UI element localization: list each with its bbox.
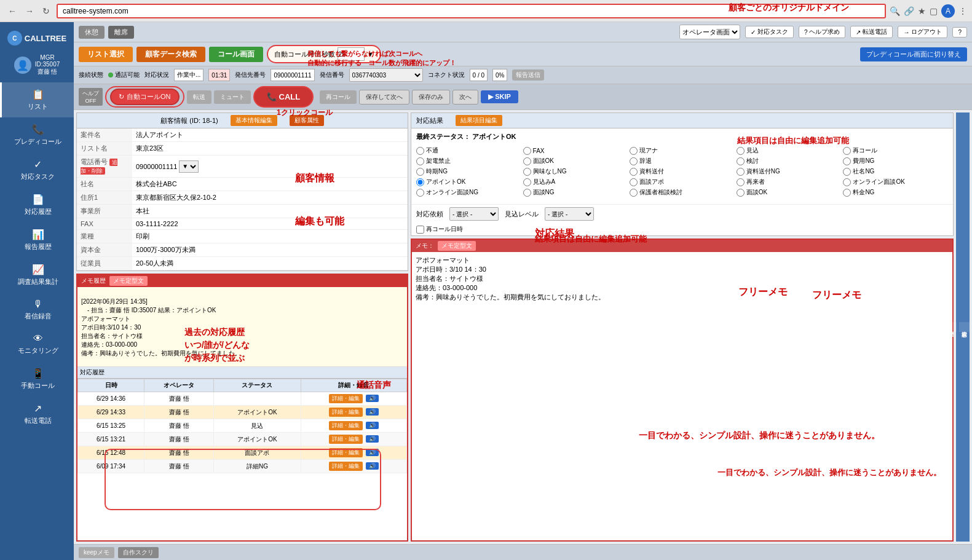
save-only-btn[interactable]: 保存のみ	[412, 90, 450, 105]
freememo-textarea[interactable]: アポフォーマット アポ日時：3/10 14：30 担当者名：サイトウ様 連絡先：…	[412, 252, 952, 540]
radio-online-ng-input[interactable]	[416, 189, 424, 197]
radio-kyomi-ng-input[interactable]	[523, 168, 531, 176]
sidebar-item-list[interactable]: 📋 リスト	[0, 82, 74, 117]
detail-edit-btn[interactable]: 詳細・編集	[329, 408, 363, 417]
radio-apo-ok-input[interactable]	[416, 178, 424, 186]
content-area: 顧客情報 (ID: 18-1) 基本情報編集 顧客属性 案件名 法人アポイント …	[74, 110, 972, 544]
radio-futsu: 不通	[416, 146, 521, 155]
operator-select[interactable]: オペレータ画面	[679, 25, 740, 39]
row-date: 6/15 13:21	[78, 433, 144, 446]
back-button[interactable]: ←	[5, 5, 20, 17]
radio-mikomi-a-input[interactable]	[523, 178, 531, 186]
audio-btn[interactable]: 🔊	[366, 408, 379, 416]
help-icon-btn[interactable]: ?	[952, 27, 967, 37]
memo-template-btn[interactable]: メモ定型文	[109, 276, 148, 286]
sidebar-item-monitoring[interactable]: 👁 モニタリング	[0, 327, 74, 361]
radio-kadenkinshi-input[interactable]	[416, 157, 424, 165]
sidebar-item-manual-call[interactable]: 📱 手動コール	[0, 361, 74, 396]
radio-jiki-ng-input[interactable]	[416, 168, 424, 176]
sidebar-item-predict[interactable]: 📞 プレディコール	[0, 117, 74, 152]
call-btn[interactable]: 📞 CALL	[256, 89, 312, 105]
radio-shiryo-ng-input[interactable]	[737, 168, 745, 176]
taiou-select[interactable]: - 選択 -	[449, 207, 499, 221]
audio-btn[interactable]: 🔊	[366, 422, 379, 429]
audio-btn[interactable]: 🔊	[366, 462, 379, 470]
url-bar[interactable]	[57, 4, 886, 18]
detail-edit-btn[interactable]: 詳細・編集	[329, 462, 363, 471]
help-toolbar-btn[interactable]: ? ヘルプ求め	[799, 26, 846, 38]
sidebar-item-report[interactable]: 📊 報告履歴	[0, 223, 74, 258]
radio-mendan-apo-input[interactable]	[630, 178, 638, 186]
radio-kentou-input[interactable]	[737, 157, 745, 165]
radio-hogo-sodan: 保護者相談検討	[630, 188, 735, 197]
table-row: 従業員 20-50人未満	[77, 257, 408, 270]
radio-hiyong-input[interactable]	[843, 157, 851, 165]
detail-edit-btn[interactable]: 詳細・編集	[329, 448, 363, 457]
radio-mendan-ok2-input[interactable]	[737, 189, 745, 197]
radio-mikomi-input[interactable]	[737, 147, 745, 155]
radio-jitai-input[interactable]	[630, 157, 638, 165]
sidebar-item-survey[interactable]: 📈 調査結果集計	[0, 258, 74, 293]
row-status: 詳細NG	[214, 460, 301, 473]
radio-mendan-ng-input[interactable]	[523, 189, 531, 197]
incoming-num-select[interactable]: 0367740303	[349, 68, 423, 82]
radio-mendan-ok-input[interactable]	[523, 157, 531, 165]
radio-futsu-input[interactable]	[416, 147, 424, 155]
task-toolbar-btn[interactable]: ✓ 対応タスク	[745, 26, 794, 38]
right-tab-2[interactable]: 履歴	[946, 322, 957, 332]
radio-sha-ng-input[interactable]	[843, 168, 851, 176]
transfer-btn[interactable]: 転送	[187, 90, 211, 104]
audio-btn[interactable]: 🔊	[366, 449, 379, 456]
logout-btn[interactable]: → ログアウト	[898, 26, 947, 38]
recall-btn[interactable]: 再コール	[320, 90, 357, 104]
refresh-button[interactable]: ↻	[39, 5, 53, 17]
radio-fax-input[interactable]	[523, 147, 531, 155]
save-next-btn[interactable]: 保存して次へ	[359, 90, 409, 105]
response-status: 対応状況	[144, 71, 169, 79]
result-edit-btn[interactable]: 結果項目編集	[456, 115, 502, 126]
recall-checkbox[interactable]	[416, 226, 424, 234]
autodial-on-wrapper: ↻ 自動コールON	[105, 86, 184, 108]
customer-edit-btn[interactable]: 基本情報編集	[231, 115, 277, 126]
radio-sairaisha-input[interactable]	[737, 178, 745, 186]
keep-memo-btn[interactable]: keepメモ	[79, 547, 114, 558]
customer-search-btn[interactable]: 顧客データ検索	[136, 47, 205, 62]
radio-ryokin-ng-input[interactable]	[843, 189, 851, 197]
help-off-btn[interactable]: ヘルプOFF	[79, 88, 103, 106]
call-screen-btn[interactable]: コール画面	[209, 47, 263, 62]
forward-button[interactable]: →	[22, 5, 37, 17]
audio-btn[interactable]: 🔊	[366, 395, 379, 402]
radio-online-ok-input[interactable]	[843, 178, 851, 186]
audio-btn[interactable]: 🔊	[366, 435, 379, 443]
autodial-on-btn[interactable]: ↻ 自動コールON	[110, 89, 180, 105]
skip-btn[interactable]: ▶ SKIP	[481, 90, 518, 103]
freememo-template-btn[interactable]: メモ定型文	[438, 241, 476, 251]
right-tab-1[interactable]: 顧客検索	[959, 322, 970, 332]
phone-select[interactable]: ▼	[179, 160, 199, 173]
detail-edit-btn[interactable]: 詳細・編集	[329, 394, 363, 403]
seki-button[interactable]: 離席	[108, 26, 134, 39]
radio-genana-input[interactable]	[630, 147, 638, 155]
detail-edit-btn[interactable]: 詳細・編集	[329, 421, 363, 430]
mikomi-select[interactable]: - 選択 -	[545, 207, 594, 221]
mute-btn[interactable]: ミュート	[214, 90, 251, 104]
list-select-btn[interactable]: リスト選択	[79, 47, 133, 62]
kyukei-button[interactable]: 休憩	[79, 26, 105, 39]
history-table-scroll[interactable]: 日時 オペレータ ステータス 詳細・録音 6/29 14:36	[77, 379, 407, 540]
right-tab-3[interactable]: 操作	[933, 322, 944, 332]
auto-scroll-btn[interactable]: 自作スクリ	[118, 547, 159, 558]
sidebar-item-recording[interactable]: 🎙 着信録音	[0, 293, 74, 327]
refresh-icon: ↻	[119, 93, 124, 101]
radio-recall-input[interactable]	[843, 147, 851, 155]
radio-hogo-sodan-input[interactable]	[630, 189, 638, 197]
browser-nav[interactable]: ← → ↻	[5, 5, 53, 17]
sidebar-item-history[interactable]: 📄 対応履歴	[0, 187, 74, 223]
predict-screen-btn[interactable]: プレディコール画面に切り替え	[860, 47, 967, 61]
detail-edit-btn[interactable]: 詳細・編集	[329, 435, 363, 444]
sidebar-item-task[interactable]: ✓ 対応タスク	[0, 152, 74, 187]
transfer-toolbar-btn[interactable]: ↗ 転送電話	[850, 26, 893, 38]
report-send-btn[interactable]: 報告送信	[512, 69, 544, 81]
radio-shiryo-sofu-input[interactable]	[630, 168, 638, 176]
sidebar-item-transfer[interactable]: ↗ 転送電話	[0, 396, 74, 432]
next-btn[interactable]: 次へ	[452, 90, 478, 105]
